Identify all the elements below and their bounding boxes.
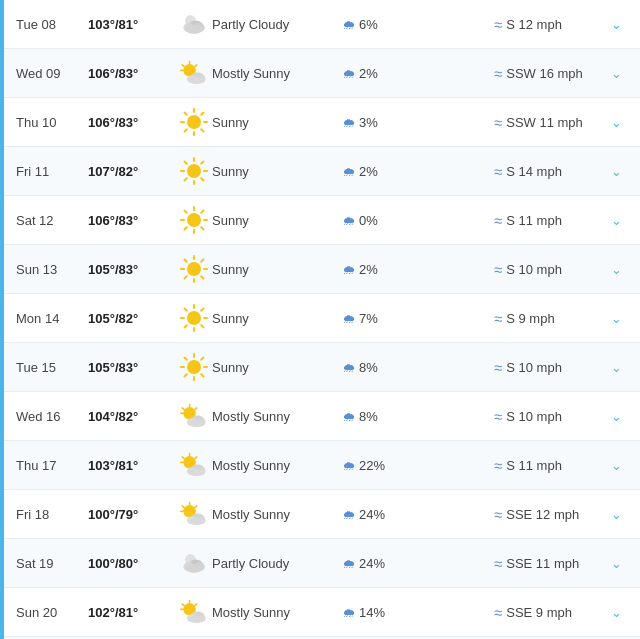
svg-line-89 (182, 506, 184, 508)
svg-line-9 (195, 65, 197, 67)
day-label: Thu 17 (16, 458, 88, 473)
weather-icon (176, 500, 212, 528)
precip-value: 3% (359, 115, 378, 130)
expand-button[interactable]: ⌄ (604, 164, 628, 179)
svg-line-39 (201, 211, 203, 213)
weather-icon (176, 549, 212, 577)
wind-info: ≈ S 11 mph (494, 457, 604, 474)
expand-button[interactable]: ⌄ (604, 556, 628, 571)
wind-info: ≈ SSE 12 mph (494, 506, 604, 523)
precip-value: 22% (359, 458, 385, 473)
svg-line-49 (185, 276, 187, 278)
expand-button[interactable]: ⌄ (604, 605, 628, 620)
expand-button[interactable]: ⌄ (604, 262, 628, 277)
table-row: Wed 16 104°/82° Mostly Sunny 🌧 8% ≈ S (4, 392, 640, 441)
temperature: 102°/81° (88, 605, 176, 620)
chevron-down-icon[interactable]: ⌄ (611, 164, 622, 179)
chevron-down-icon[interactable]: ⌄ (611, 507, 622, 522)
svg-line-58 (185, 325, 187, 327)
expand-button[interactable]: ⌄ (604, 17, 628, 32)
svg-line-30 (201, 162, 203, 164)
chevron-down-icon[interactable]: ⌄ (611, 213, 622, 228)
day-label: Sun 13 (16, 262, 88, 277)
chevron-down-icon[interactable]: ⌄ (611, 605, 622, 620)
condition-label: Partly Cloudy (212, 17, 342, 32)
svg-line-65 (201, 374, 203, 376)
expand-button[interactable]: ⌄ (604, 409, 628, 424)
chevron-down-icon[interactable]: ⌄ (611, 17, 622, 32)
svg-line-47 (201, 276, 203, 278)
wind-info: ≈ S 12 mph (494, 16, 604, 33)
svg-line-55 (185, 309, 187, 311)
precip-value: 8% (359, 409, 378, 424)
condition-label: Sunny (212, 360, 342, 375)
temperature: 106°/83° (88, 213, 176, 228)
chevron-down-icon[interactable]: ⌄ (611, 311, 622, 326)
condition-label: Mostly Sunny (212, 458, 342, 473)
svg-point-23 (187, 164, 201, 178)
wind-icon: ≈ (494, 16, 502, 33)
svg-line-64 (185, 358, 187, 360)
wind-icon: ≈ (494, 261, 502, 278)
rain-icon: 🌧 (342, 311, 355, 326)
table-row: Sat 12 106°/83° Sunny 🌧 0% ≈ (4, 196, 640, 245)
svg-point-13 (189, 77, 205, 84)
precipitation: 🌧 8% (342, 360, 494, 375)
chevron-down-icon[interactable]: ⌄ (611, 66, 622, 81)
svg-point-85 (189, 469, 205, 476)
svg-line-57 (201, 309, 203, 311)
rain-icon: 🌧 (342, 17, 355, 32)
weather-forecast-table: Tue 08 103°/81° Partly Cloudy 🌧 6% ≈ S 1… (0, 0, 640, 639)
wind-value: SSE 9 mph (506, 605, 572, 620)
svg-line-48 (201, 260, 203, 262)
expand-button[interactable]: ⌄ (604, 311, 628, 326)
chevron-down-icon[interactable]: ⌄ (611, 458, 622, 473)
wind-info: ≈ S 14 mph (494, 163, 604, 180)
wind-icon: ≈ (494, 408, 502, 425)
expand-button[interactable]: ⌄ (604, 458, 628, 473)
svg-line-29 (201, 178, 203, 180)
condition-label: Mostly Sunny (212, 66, 342, 81)
expand-button[interactable]: ⌄ (604, 213, 628, 228)
precip-value: 8% (359, 360, 378, 375)
day-label: Thu 10 (16, 115, 88, 130)
wind-icon: ≈ (494, 359, 502, 376)
rain-icon: 🌧 (342, 458, 355, 473)
day-label: Wed 16 (16, 409, 88, 424)
table-row: Thu 10 106°/83° Sunny 🌧 3% ≈ (4, 98, 640, 147)
precip-value: 24% (359, 556, 385, 571)
day-label: Tue 15 (16, 360, 88, 375)
svg-point-14 (187, 115, 201, 129)
weather-icon (176, 206, 212, 234)
chevron-down-icon[interactable]: ⌄ (611, 409, 622, 424)
wind-info: ≈ S 10 mph (494, 261, 604, 278)
expand-button[interactable]: ⌄ (604, 66, 628, 81)
rain-icon: 🌧 (342, 164, 355, 179)
condition-label: Sunny (212, 311, 342, 326)
expand-button[interactable]: ⌄ (604, 507, 628, 522)
table-row: Sun 20 102°/81° Mostly Sunny 🌧 14% ≈ (4, 588, 640, 637)
rain-icon: 🌧 (342, 556, 355, 571)
weather-icon (176, 10, 212, 38)
condition-label: Sunny (212, 262, 342, 277)
chevron-down-icon[interactable]: ⌄ (611, 262, 622, 277)
wind-info: ≈ S 11 mph (494, 212, 604, 229)
precipitation: 🌧 0% (342, 213, 494, 228)
precipitation: 🌧 2% (342, 66, 494, 81)
svg-point-4 (185, 25, 203, 34)
rain-icon: 🌧 (342, 213, 355, 228)
svg-line-20 (201, 129, 203, 131)
temperature: 106°/83° (88, 66, 176, 81)
chevron-down-icon[interactable]: ⌄ (611, 556, 622, 571)
expand-button[interactable]: ⌄ (604, 360, 628, 375)
temperature: 107°/82° (88, 164, 176, 179)
temperature: 103°/81° (88, 458, 176, 473)
svg-point-99 (185, 564, 203, 573)
precip-value: 0% (359, 213, 378, 228)
chevron-down-icon[interactable]: ⌄ (611, 115, 622, 130)
temperature: 105°/83° (88, 262, 176, 277)
wind-icon: ≈ (494, 65, 502, 82)
chevron-down-icon[interactable]: ⌄ (611, 360, 622, 375)
expand-button[interactable]: ⌄ (604, 115, 628, 130)
precipitation: 🌧 22% (342, 458, 494, 473)
